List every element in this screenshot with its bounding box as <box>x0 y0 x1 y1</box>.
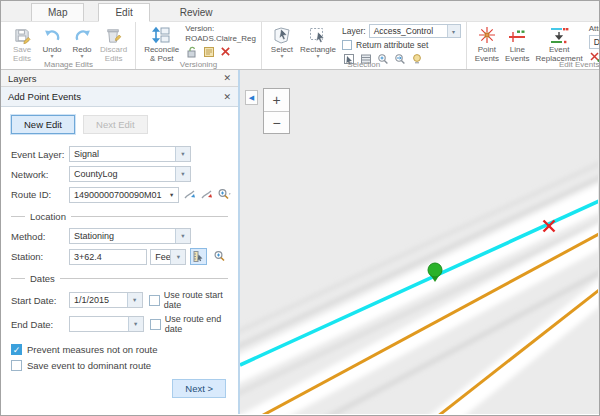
station-input[interactable]: 3+62.4 <box>69 249 147 265</box>
start-date-label: Start Date: <box>11 295 69 306</box>
network-label: Network: <box>11 169 69 180</box>
map-zoom-control: + − <box>263 88 290 134</box>
redo-button[interactable]: Redo ▾ <box>68 24 96 59</box>
next-button[interactable]: Next > <box>172 379 226 398</box>
start-date-picker[interactable]: 1/1/2015 ▾ <box>69 292 143 308</box>
layers-pane-header[interactable]: Layers ✕ <box>1 70 238 87</box>
save-to-dominant-checkbox[interactable] <box>11 360 22 371</box>
save-icon <box>12 25 32 45</box>
station-label: Station: <box>11 251 69 262</box>
close-icon[interactable]: ✕ <box>223 73 231 83</box>
event-replacement-icon <box>549 25 569 45</box>
chevron-down-icon: ▾ <box>127 293 142 307</box>
event-replacement-button[interactable]: Event Replacement <box>534 24 585 64</box>
location-section-divider: Location <box>11 211 228 222</box>
return-attribute-checkbox[interactable] <box>342 40 352 50</box>
attribute-set-dropdown[interactable]: Default ▾ <box>589 35 600 49</box>
rectangle-select-button[interactable]: Rectangle ▾ <box>298 24 338 59</box>
rectangle-select-icon <box>308 25 328 45</box>
tab-review[interactable]: Review <box>164 4 229 21</box>
app-window: Map Edit Review Save Edits Undo ▾ <box>0 0 600 416</box>
ribbon: Save Edits Undo ▾ Redo ▾ Discar <box>1 21 599 70</box>
method-dropdown[interactable]: Stationing ▾ <box>69 228 191 244</box>
end-date-label: End Date: <box>11 319 69 330</box>
version-value: ROADS.Claire_Reg <box>185 34 256 44</box>
unlock-icon[interactable] <box>185 45 198 58</box>
event-layer-dropdown[interactable]: Signal ▾ <box>69 146 191 162</box>
route-id-label: Route ID: <box>11 189 69 200</box>
group-label-versioning: Versioning <box>136 60 261 69</box>
station-units-dropdown[interactable]: Feet ▾ <box>150 249 186 265</box>
close-icon[interactable]: ✕ <box>223 92 231 102</box>
map-view[interactable]: ◀ + − <box>240 70 599 414</box>
line-events-icon <box>507 25 527 45</box>
group-edit-events: Point Events Line Events Event Replaceme… <box>467 22 600 69</box>
chevron-down-icon: ▾ <box>447 25 460 37</box>
use-route-end-date-checkbox[interactable] <box>150 319 161 330</box>
select-route-on-map-icon[interactable] <box>183 186 196 203</box>
add-point-events-header[interactable]: Add Point Events ✕ <box>1 87 238 107</box>
return-attribute-label: Return attribute set <box>356 40 428 50</box>
undo-button[interactable]: Undo ▾ <box>38 24 66 59</box>
group-label-manage-edits: Manage Edits <box>2 60 135 69</box>
use-route-end-date-label: Use route end date <box>165 314 228 334</box>
event-layer-label: Event Layer: <box>11 149 69 160</box>
select-cursor-icon <box>272 25 292 45</box>
prevent-measures-label: Prevent measures not on route <box>27 344 157 355</box>
save-to-dominant-label: Save event to dominant route <box>27 360 151 371</box>
new-edit-button[interactable]: New Edit <box>11 115 75 134</box>
post-version-icon[interactable] <box>202 45 215 58</box>
tab-map[interactable]: Map <box>31 3 84 21</box>
chevron-down-icon: ▾ <box>280 54 283 58</box>
point-events-button[interactable]: Point Events <box>473 24 501 64</box>
select-button[interactable]: Select ▾ <box>268 24 296 59</box>
use-route-start-date-label: Use route start date <box>164 290 228 310</box>
chevron-down-icon: ▾ <box>166 188 178 202</box>
attribute-set-label: Attribute Set: <box>589 24 600 34</box>
zoom-to-route-icon[interactable] <box>217 186 232 203</box>
dates-section-divider: Dates <box>11 273 228 284</box>
use-route-start-date-checkbox[interactable] <box>149 295 160 306</box>
tab-edit[interactable]: Edit <box>98 3 149 22</box>
end-date-picker[interactable]: ▾ <box>69 316 144 332</box>
collapse-panel-button[interactable]: ◀ <box>245 90 258 105</box>
undo-icon <box>42 25 62 45</box>
group-manage-edits: Save Edits Undo ▾ Redo ▾ Discar <box>2 22 136 69</box>
reconcile-icon <box>152 25 172 45</box>
method-label: Method: <box>11 231 69 242</box>
group-label-selection: Selection <box>262 60 466 69</box>
prevent-measures-checkbox[interactable]: ✓ <box>11 344 22 355</box>
trash-icon <box>104 25 124 45</box>
delete-version-icon[interactable] <box>219 45 232 58</box>
group-selection: Select ▾ Rectangle ▾ Layer: Access_Contr… <box>262 22 467 69</box>
network-dropdown[interactable]: CountyLog ▾ <box>69 166 191 182</box>
zoom-out-button[interactable]: − <box>264 111 289 133</box>
layer-dropdown[interactable]: Access_Control ▾ <box>369 24 461 38</box>
layer-label: Layer: <box>342 26 366 36</box>
chevron-down-icon: ▾ <box>80 54 83 58</box>
chevron-down-icon: ▾ <box>175 167 190 181</box>
map-scene <box>240 70 598 414</box>
chevron-down-icon: ▾ <box>175 147 190 161</box>
map-background <box>240 70 598 414</box>
pick-station-on-map-icon[interactable] <box>190 248 207 265</box>
version-label: Version: <box>185 24 256 34</box>
point-events-icon <box>477 25 497 45</box>
left-panel: Layers ✕ Add Point Events ✕ New Edit Nex… <box>1 70 240 414</box>
zoom-to-station-icon[interactable] <box>211 248 228 265</box>
chevron-down-icon: ▾ <box>50 54 53 58</box>
zoom-in-button[interactable]: + <box>264 89 289 111</box>
save-edits-button[interactable]: Save Edits <box>8 24 36 64</box>
chevron-down-icon: ▾ <box>175 229 190 243</box>
collapse-left-icon: ◀ <box>249 94 254 102</box>
line-events-button[interactable]: Line Events <box>503 24 531 64</box>
group-versioning: Reconcile & Post Version: ROADS.Claire_R… <box>136 22 262 69</box>
redo-icon <box>72 25 92 45</box>
select-route-from-selection-icon[interactable] <box>200 186 213 203</box>
reconcile-post-button[interactable]: Reconcile & Post <box>142 24 181 64</box>
discard-edits-button[interactable]: Discard Edits <box>98 24 129 64</box>
next-edit-button[interactable]: Next Edit <box>83 115 148 134</box>
chevron-down-icon: ▾ <box>170 250 185 264</box>
route-id-combobox[interactable]: 14900000700090M01 ▾ <box>69 187 179 203</box>
ribbon-tabstrip: Map Edit Review <box>1 1 599 21</box>
